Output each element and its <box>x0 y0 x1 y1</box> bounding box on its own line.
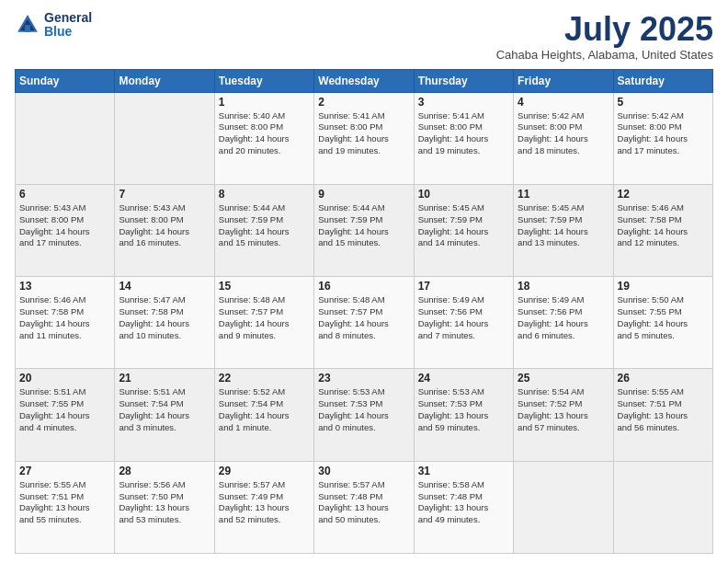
day-detail: Sunrise: 5:45 AM Sunset: 7:59 PM Dayligh… <box>418 202 509 249</box>
calendar-cell: 26Sunrise: 5:55 AM Sunset: 7:51 PM Dayli… <box>613 369 712 461</box>
day-of-week-header: Sunday <box>16 69 115 92</box>
day-number: 1 <box>219 96 310 109</box>
calendar-cell: 8Sunrise: 5:44 AM Sunset: 7:59 PM Daylig… <box>214 184 313 276</box>
page: General Blue July 2025 Cahaba Heights, A… <box>0 0 728 563</box>
day-number: 7 <box>119 188 210 201</box>
day-number: 4 <box>518 96 609 109</box>
calendar-cell: 3Sunrise: 5:41 AM Sunset: 8:00 PM Daylig… <box>414 92 513 184</box>
day-detail: Sunrise: 5:46 AM Sunset: 7:58 PM Dayligh… <box>19 294 110 341</box>
day-number: 13 <box>19 280 110 293</box>
calendar-cell: 11Sunrise: 5:45 AM Sunset: 7:59 PM Dayli… <box>514 184 613 276</box>
calendar-cell: 9Sunrise: 5:44 AM Sunset: 7:59 PM Daylig… <box>314 184 414 276</box>
day-detail: Sunrise: 5:53 AM Sunset: 7:53 PM Dayligh… <box>418 386 509 433</box>
day-number: 17 <box>418 280 509 293</box>
day-detail: Sunrise: 5:49 AM Sunset: 7:56 PM Dayligh… <box>518 294 609 341</box>
day-detail: Sunrise: 5:43 AM Sunset: 8:00 PM Dayligh… <box>119 202 210 249</box>
day-number: 27 <box>19 465 110 477</box>
calendar-cell: 7Sunrise: 5:43 AM Sunset: 8:00 PM Daylig… <box>115 184 214 276</box>
calendar-cell: 13Sunrise: 5:46 AM Sunset: 7:58 PM Dayli… <box>16 277 115 369</box>
day-detail: Sunrise: 5:41 AM Sunset: 8:00 PM Dayligh… <box>318 110 409 157</box>
day-number: 26 <box>618 372 709 385</box>
day-detail: Sunrise: 5:58 AM Sunset: 7:48 PM Dayligh… <box>418 479 509 526</box>
day-number: 3 <box>418 96 509 109</box>
day-detail: Sunrise: 5:40 AM Sunset: 8:00 PM Dayligh… <box>219 110 310 157</box>
day-number: 22 <box>219 372 310 385</box>
day-detail: Sunrise: 5:55 AM Sunset: 7:51 PM Dayligh… <box>19 479 110 526</box>
calendar-cell: 6Sunrise: 5:43 AM Sunset: 8:00 PM Daylig… <box>16 184 115 276</box>
calendar-cell: 28Sunrise: 5:56 AM Sunset: 7:50 PM Dayli… <box>115 461 214 553</box>
day-detail: Sunrise: 5:51 AM Sunset: 7:55 PM Dayligh… <box>19 386 110 433</box>
day-detail: Sunrise: 5:46 AM Sunset: 7:58 PM Dayligh… <box>618 202 709 249</box>
day-number: 18 <box>518 280 609 293</box>
calendar-cell: 1Sunrise: 5:40 AM Sunset: 8:00 PM Daylig… <box>214 92 313 184</box>
calendar-cell: 18Sunrise: 5:49 AM Sunset: 7:56 PM Dayli… <box>514 277 613 369</box>
calendar-cell <box>115 92 214 184</box>
day-number: 12 <box>618 188 709 201</box>
svg-rect-2 <box>25 25 30 32</box>
calendar-cell: 20Sunrise: 5:51 AM Sunset: 7:55 PM Dayli… <box>16 369 115 461</box>
day-number: 20 <box>19 372 110 385</box>
calendar-cell: 12Sunrise: 5:46 AM Sunset: 7:58 PM Dayli… <box>613 184 712 276</box>
logo: General Blue <box>15 11 92 40</box>
day-number: 31 <box>418 465 509 477</box>
day-number: 14 <box>119 280 210 293</box>
day-of-week-header: Friday <box>514 69 613 92</box>
calendar-cell: 23Sunrise: 5:53 AM Sunset: 7:53 PM Dayli… <box>314 369 414 461</box>
calendar-cell: 15Sunrise: 5:48 AM Sunset: 7:57 PM Dayli… <box>214 277 313 369</box>
day-number: 8 <box>219 188 310 201</box>
logo-icon <box>15 12 40 38</box>
logo-general-text: General <box>44 10 92 25</box>
day-of-week-header: Tuesday <box>214 69 313 92</box>
calendar-cell: 31Sunrise: 5:58 AM Sunset: 7:48 PM Dayli… <box>414 461 513 553</box>
day-detail: Sunrise: 5:47 AM Sunset: 7:58 PM Dayligh… <box>119 294 210 341</box>
day-number: 2 <box>318 96 409 109</box>
calendar-cell: 25Sunrise: 5:54 AM Sunset: 7:52 PM Dayli… <box>514 369 613 461</box>
day-number: 25 <box>518 372 609 385</box>
day-detail: Sunrise: 5:57 AM Sunset: 7:48 PM Dayligh… <box>318 479 409 526</box>
calendar-cell: 30Sunrise: 5:57 AM Sunset: 7:48 PM Dayli… <box>314 461 414 553</box>
calendar-cell: 14Sunrise: 5:47 AM Sunset: 7:58 PM Dayli… <box>115 277 214 369</box>
day-detail: Sunrise: 5:55 AM Sunset: 7:51 PM Dayligh… <box>618 386 709 433</box>
day-detail: Sunrise: 5:54 AM Sunset: 7:52 PM Dayligh… <box>518 386 609 433</box>
day-number: 6 <box>19 188 110 201</box>
day-detail: Sunrise: 5:57 AM Sunset: 7:49 PM Dayligh… <box>219 479 310 526</box>
day-detail: Sunrise: 5:51 AM Sunset: 7:54 PM Dayligh… <box>119 386 210 433</box>
month-title: July 2025 <box>496 11 713 48</box>
day-detail: Sunrise: 5:48 AM Sunset: 7:57 PM Dayligh… <box>219 294 310 341</box>
day-number: 23 <box>318 372 409 385</box>
day-detail: Sunrise: 5:48 AM Sunset: 7:57 PM Dayligh… <box>318 294 409 341</box>
calendar-cell: 2Sunrise: 5:41 AM Sunset: 8:00 PM Daylig… <box>314 92 414 184</box>
day-of-week-header: Wednesday <box>314 69 414 92</box>
day-detail: Sunrise: 5:44 AM Sunset: 7:59 PM Dayligh… <box>219 202 310 249</box>
calendar-cell: 19Sunrise: 5:50 AM Sunset: 7:55 PM Dayli… <box>613 277 712 369</box>
logo-blue-text: Blue <box>44 24 72 39</box>
calendar-cell: 16Sunrise: 5:48 AM Sunset: 7:57 PM Dayli… <box>314 277 414 369</box>
calendar-cell: 10Sunrise: 5:45 AM Sunset: 7:59 PM Dayli… <box>414 184 513 276</box>
day-detail: Sunrise: 5:43 AM Sunset: 8:00 PM Dayligh… <box>19 202 110 249</box>
calendar-header-row: SundayMondayTuesdayWednesdayThursdayFrid… <box>16 69 713 92</box>
title-block: July 2025 Cahaba Heights, Alabama, Unite… <box>496 11 713 62</box>
calendar-cell: 4Sunrise: 5:42 AM Sunset: 8:00 PM Daylig… <box>514 92 613 184</box>
day-detail: Sunrise: 5:42 AM Sunset: 8:00 PM Dayligh… <box>618 110 709 157</box>
day-detail: Sunrise: 5:49 AM Sunset: 7:56 PM Dayligh… <box>418 294 509 341</box>
day-of-week-header: Saturday <box>613 69 712 92</box>
calendar-cell: 21Sunrise: 5:51 AM Sunset: 7:54 PM Dayli… <box>115 369 214 461</box>
calendar-cell: 29Sunrise: 5:57 AM Sunset: 7:49 PM Dayli… <box>214 461 313 553</box>
day-detail: Sunrise: 5:52 AM Sunset: 7:54 PM Dayligh… <box>219 386 310 433</box>
day-number: 24 <box>418 372 509 385</box>
day-number: 29 <box>219 465 310 477</box>
calendar-cell: 27Sunrise: 5:55 AM Sunset: 7:51 PM Dayli… <box>16 461 115 553</box>
calendar-table: SundayMondayTuesdayWednesdayThursdayFrid… <box>15 69 713 554</box>
day-number: 16 <box>318 280 409 293</box>
calendar-cell: 24Sunrise: 5:53 AM Sunset: 7:53 PM Dayli… <box>414 369 513 461</box>
day-number: 5 <box>618 96 709 109</box>
day-detail: Sunrise: 5:42 AM Sunset: 8:00 PM Dayligh… <box>518 110 609 157</box>
calendar-cell: 17Sunrise: 5:49 AM Sunset: 7:56 PM Dayli… <box>414 277 513 369</box>
calendar-cell: 5Sunrise: 5:42 AM Sunset: 8:00 PM Daylig… <box>613 92 712 184</box>
day-number: 15 <box>219 280 310 293</box>
day-detail: Sunrise: 5:41 AM Sunset: 8:00 PM Dayligh… <box>418 110 509 157</box>
day-number: 10 <box>418 188 509 201</box>
calendar-week-row: 6Sunrise: 5:43 AM Sunset: 8:00 PM Daylig… <box>16 184 713 276</box>
day-number: 9 <box>318 188 409 201</box>
day-detail: Sunrise: 5:56 AM Sunset: 7:50 PM Dayligh… <box>119 479 210 526</box>
